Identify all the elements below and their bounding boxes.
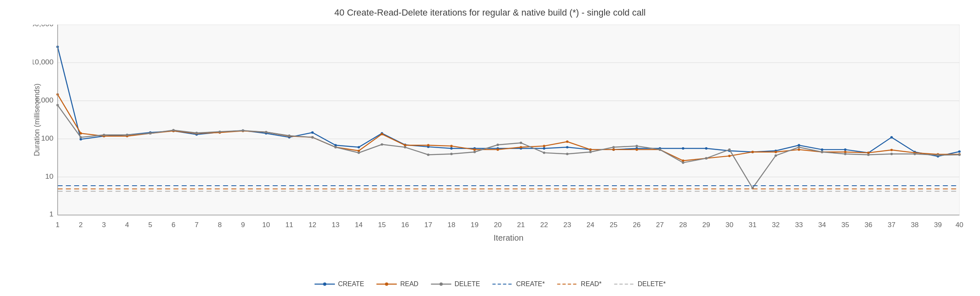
legend-create-star-label: CREATE*: [516, 280, 545, 288]
svg-text:27: 27: [656, 221, 664, 229]
svg-text:14: 14: [355, 221, 363, 229]
svg-point-125: [728, 155, 731, 157]
svg-point-113: [450, 145, 452, 147]
legend-delete-star-label: DELETE*: [638, 280, 666, 288]
svg-point-90: [844, 148, 846, 151]
svg-point-170: [844, 153, 846, 155]
svg-point-175: [958, 154, 961, 156]
read-star-legend-icon: [557, 281, 578, 287]
svg-text:25: 25: [610, 221, 618, 229]
legend-delete-label: DELETE: [455, 280, 480, 288]
svg-text:24: 24: [587, 221, 594, 229]
svg-text:17: 17: [424, 221, 432, 229]
svg-point-151: [404, 146, 406, 148]
create-legend-icon: [314, 281, 335, 287]
svg-point-168: [798, 146, 800, 148]
svg-point-77: [543, 147, 545, 150]
legend-delete: DELETE: [431, 280, 480, 288]
svg-point-137: [80, 136, 82, 139]
svg-point-159: [589, 151, 591, 153]
svg-text:7: 7: [195, 221, 199, 229]
svg-text:10: 10: [45, 172, 53, 180]
svg-text:22: 22: [540, 221, 548, 229]
svg-text:26: 26: [633, 221, 641, 229]
svg-point-157: [543, 152, 545, 154]
create-star-legend-icon: [492, 281, 513, 287]
svg-text:100,000: 100,000: [33, 25, 54, 28]
svg-text:13: 13: [332, 221, 339, 229]
svg-text:Iteration: Iteration: [493, 234, 523, 243]
svg-rect-1: [58, 25, 960, 215]
svg-point-141: [172, 129, 175, 132]
svg-point-127: [775, 151, 777, 153]
svg-point-183: [439, 282, 443, 286]
svg-text:36: 36: [864, 221, 872, 229]
svg-point-119: [589, 148, 591, 151]
svg-text:30: 30: [725, 221, 733, 229]
svg-point-142: [196, 132, 198, 134]
svg-text:34: 34: [818, 221, 826, 229]
svg-point-120: [612, 148, 615, 151]
svg-point-143: [218, 130, 221, 133]
svg-point-153: [450, 153, 452, 155]
svg-point-117: [543, 145, 545, 147]
svg-point-84: [705, 147, 707, 150]
svg-text:37: 37: [888, 221, 896, 229]
svg-point-147: [311, 136, 314, 139]
svg-point-67: [311, 131, 314, 134]
svg-point-179: [323, 282, 326, 286]
chart-area: 1 10 100 1,000 10,000 100,000 Duration (…: [33, 25, 968, 247]
legend-create-star: CREATE*: [492, 280, 545, 288]
svg-text:40: 40: [955, 221, 963, 229]
svg-point-116: [520, 146, 522, 148]
svg-point-114: [473, 148, 476, 151]
chart-title: 40 Create-Read-Delete iterations for reg…: [0, 0, 980, 18]
svg-text:38: 38: [911, 221, 919, 229]
svg-text:19: 19: [471, 221, 478, 229]
svg-text:4: 4: [125, 221, 129, 229]
svg-point-118: [566, 141, 568, 143]
svg-point-139: [126, 134, 128, 136]
svg-point-158: [566, 153, 568, 155]
svg-text:29: 29: [703, 221, 710, 229]
svg-point-69: [357, 146, 360, 148]
svg-point-155: [496, 143, 499, 146]
svg-point-154: [473, 151, 476, 153]
delete-legend-icon: [431, 281, 451, 287]
svg-point-148: [334, 146, 337, 148]
svg-point-160: [612, 146, 615, 148]
svg-text:28: 28: [679, 221, 687, 229]
svg-point-115: [496, 148, 499, 151]
svg-text:1: 1: [49, 210, 53, 219]
read-legend-icon: [376, 281, 397, 287]
chart-svg: 1 10 100 1,000 10,000 100,000 Duration (…: [33, 25, 968, 247]
svg-point-152: [427, 154, 430, 156]
svg-point-144: [242, 130, 244, 132]
svg-point-83: [682, 147, 684, 150]
svg-point-173: [914, 153, 916, 155]
svg-text:16: 16: [401, 221, 409, 229]
svg-text:35: 35: [841, 221, 849, 229]
svg-text:10: 10: [262, 221, 270, 229]
svg-text:32: 32: [772, 221, 780, 229]
svg-point-171: [867, 154, 870, 156]
svg-point-140: [149, 132, 152, 134]
svg-point-126: [751, 151, 754, 153]
svg-text:3: 3: [102, 221, 106, 229]
svg-text:100: 100: [41, 134, 53, 142]
svg-text:31: 31: [749, 221, 757, 229]
legend-read-label: READ: [400, 280, 418, 288]
svg-text:12: 12: [309, 221, 316, 229]
svg-point-164: [705, 157, 707, 159]
svg-point-161: [636, 145, 638, 147]
svg-point-174: [937, 154, 939, 157]
legend-read-star: READ*: [557, 280, 602, 288]
svg-point-149: [357, 152, 360, 154]
svg-point-78: [566, 146, 568, 148]
svg-point-97: [80, 132, 82, 134]
svg-text:9: 9: [241, 221, 245, 229]
svg-point-121: [636, 148, 638, 151]
legend-read-star-label: READ*: [581, 280, 602, 288]
svg-text:Duration (milliseconds): Duration (milliseconds): [33, 84, 41, 156]
svg-point-128: [798, 148, 800, 151]
